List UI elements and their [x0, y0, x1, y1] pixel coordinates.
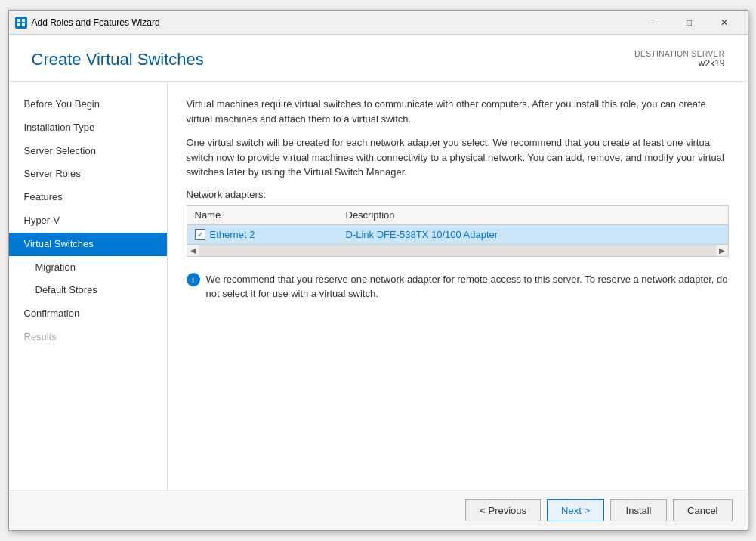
- footer: < Previous Next > Install Cancel: [9, 490, 748, 530]
- svg-rect-2: [17, 23, 20, 26]
- adapter-name-cell[interactable]: ✓Ethernet 2: [187, 224, 338, 244]
- adapters-table-wrapper: NameDescription ✓Ethernet 2D-Link DFE-53…: [187, 205, 729, 257]
- col-checkbox: Name: [187, 206, 338, 225]
- sidebar-item-virtual-switches[interactable]: Virtual Switches: [9, 233, 167, 256]
- sidebar-item-before-you-begin[interactable]: Before You Begin: [9, 93, 167, 116]
- svg-rect-0: [17, 19, 20, 22]
- horizontal-scrollbar[interactable]: ◀ ▶: [187, 244, 728, 256]
- body-layout: Before You BeginInstallation TypeServer …: [9, 82, 748, 490]
- cancel-button[interactable]: Cancel: [673, 499, 732, 521]
- main-content: Virtual machines require virtual switche…: [168, 82, 748, 490]
- intro-text-2: One virtual switch will be created for e…: [187, 135, 729, 180]
- maximize-button[interactable]: □: [672, 11, 707, 35]
- adapters-table: NameDescription ✓Ethernet 2D-Link DFE-53…: [187, 206, 728, 244]
- table-row[interactable]: ✓Ethernet 2D-Link DFE-538TX 10/100 Adapt…: [187, 224, 728, 244]
- svg-rect-1: [22, 19, 25, 22]
- main-window: Add Roles and Features Wizard ─ □ ✕ Crea…: [8, 10, 748, 531]
- sidebar-item-results: Results: [9, 326, 167, 349]
- scrollbar-track[interactable]: [199, 245, 716, 256]
- outer-layout: Create Virtual Switches DESTINATION SERV…: [9, 35, 748, 530]
- title-bar-label: Add Roles and Features Wizard: [32, 17, 637, 28]
- title-bar: Add Roles and Features Wizard ─ □ ✕: [9, 11, 748, 35]
- scroll-right-arrow[interactable]: ▶: [716, 244, 728, 256]
- network-adapters-label: Network adapters:: [187, 189, 729, 200]
- info-text: We recommend that you reserve one networ…: [206, 272, 729, 301]
- adapter-name: Ethernet 2: [210, 229, 255, 240]
- main-header: Create Virtual Switches DESTINATION SERV…: [9, 35, 748, 82]
- sidebar-item-confirmation[interactable]: Confirmation: [9, 302, 167, 326]
- sidebar: Before You BeginInstallation TypeServer …: [9, 82, 168, 490]
- minimize-button[interactable]: ─: [637, 11, 672, 35]
- sidebar-item-installation-type[interactable]: Installation Type: [9, 116, 167, 140]
- page-title: Create Virtual Switches: [32, 50, 204, 70]
- info-icon: i: [187, 273, 200, 286]
- sidebar-item-hyper-v[interactable]: Hyper-V: [9, 209, 167, 233]
- destination-name: w2k19: [634, 58, 724, 69]
- previous-button[interactable]: < Previous: [465, 499, 541, 521]
- sidebar-item-default-stores[interactable]: Default Stores: [9, 279, 167, 302]
- close-button[interactable]: ✕: [707, 11, 742, 35]
- intro-text-1: Virtual machines require virtual switche…: [187, 97, 729, 126]
- destination-label: DESTINATION SERVER: [634, 50, 724, 58]
- window-controls: ─ □ ✕: [637, 11, 742, 35]
- adapter-description: D-Link DFE-538TX 10/100 Adapter: [338, 224, 728, 244]
- sidebar-item-features[interactable]: Features: [9, 186, 167, 209]
- sidebar-item-server-roles[interactable]: Server Roles: [9, 162, 167, 186]
- adapter-checkbox[interactable]: ✓: [195, 229, 205, 240]
- col-description: Description: [338, 206, 728, 225]
- info-box: i We recommend that you reserve one netw…: [187, 266, 729, 308]
- sidebar-item-migration[interactable]: Migration: [9, 256, 167, 280]
- install-button[interactable]: Install: [610, 499, 667, 521]
- svg-rect-3: [22, 23, 25, 26]
- next-button[interactable]: Next >: [547, 499, 604, 521]
- app-icon: [15, 17, 27, 29]
- scroll-left-arrow[interactable]: ◀: [187, 244, 199, 256]
- destination-server: DESTINATION SERVER w2k19: [634, 50, 724, 69]
- sidebar-item-server-selection[interactable]: Server Selection: [9, 140, 167, 163]
